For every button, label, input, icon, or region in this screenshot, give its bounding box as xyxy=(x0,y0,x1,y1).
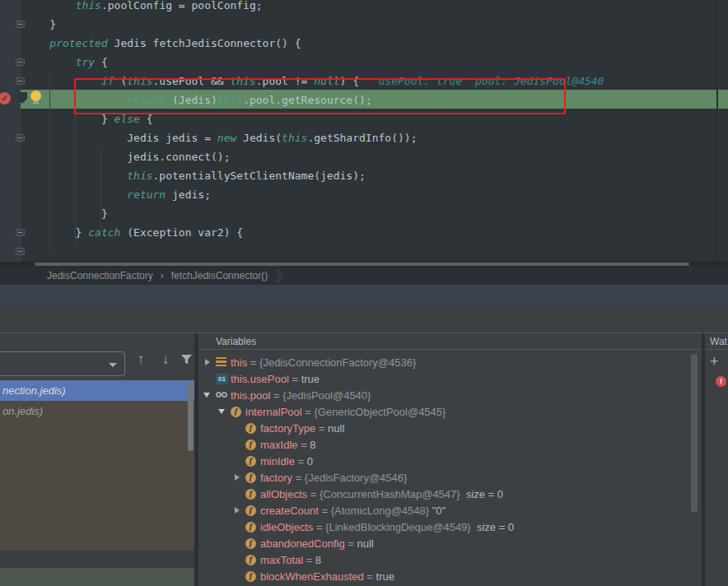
code-line[interactable]: this.potentiallySetClientName(jedis); xyxy=(24,166,604,185)
code-line[interactable]: } catch (Exception var2) { xyxy=(24,223,604,242)
previous-frame-button[interactable]: ↑ xyxy=(131,349,151,370)
code-line[interactable]: protected Jedis fetchJedisConnector() { xyxy=(24,34,604,53)
next-frame-button[interactable]: ↓ xyxy=(156,349,175,370)
stack-frame-row[interactable]: nection.jedis) xyxy=(0,380,194,401)
this-object-icon xyxy=(216,357,226,367)
equals-sign: = xyxy=(345,537,357,550)
equals-sign: = xyxy=(270,389,282,402)
code-line[interactable]: this.poolConfig = poolConfig; xyxy=(24,0,604,15)
field-icon: f xyxy=(245,440,256,450)
error-stripe-current-line-marker[interactable] xyxy=(718,90,728,109)
this-object-icon xyxy=(216,357,231,367)
code-line[interactable]: } xyxy=(24,204,604,223)
tree-right-arrow-icon[interactable] xyxy=(203,359,216,365)
tree-down-arrow-icon[interactable] xyxy=(217,409,231,414)
equals-sign: = xyxy=(364,570,376,583)
variables-tree: this = {JedisConnectionFactory@4536}01th… xyxy=(198,354,702,586)
variable-row[interactable]: fabandonedConfig = null xyxy=(198,535,702,551)
variable-row[interactable]: ffactory = {JedisFactory@4546} xyxy=(198,469,702,486)
field-icon: f xyxy=(231,407,245,417)
variable-row[interactable]: fcreateCount = {AtomicLong@4548} "0" xyxy=(198,502,702,519)
chevron-down-icon[interactable] xyxy=(109,363,117,367)
variable-row[interactable]: fblockWhenExhausted = true xyxy=(198,568,702,584)
code-token: .poolConfig = poolConfig; xyxy=(101,0,263,12)
tree-right-arrow-icon[interactable] xyxy=(232,507,245,514)
variable-row[interactable]: this = {JedisConnectionFactory@4536} xyxy=(198,354,702,370)
code-line[interactable]: jedis.connect(); xyxy=(24,147,604,166)
code-editor-text[interactable]: this.poolConfig = poolConfig; } protecte… xyxy=(24,0,604,242)
watches-panel: Wat + ! xyxy=(705,333,728,586)
code-line[interactable]: } xyxy=(24,15,604,34)
fold-marker-icon[interactable] xyxy=(16,229,25,236)
variable-row[interactable]: fallObjects = {ConcurrentHashMap@4547} s… xyxy=(198,486,702,502)
frames-scrollbar-thumb[interactable] xyxy=(188,382,194,451)
editor-error-stripe[interactable] xyxy=(716,0,728,262)
field-icon: f xyxy=(245,423,256,434)
variable-name: abandonedConfig xyxy=(260,537,345,550)
stack-frame-row[interactable]: on.jedis) xyxy=(0,401,194,421)
intention-lightbulb-icon[interactable] xyxy=(30,91,41,101)
variable-name: factoryType xyxy=(260,422,315,435)
code-line[interactable]: try { xyxy=(24,53,604,72)
variable-row[interactable]: fminIdle = 0 xyxy=(198,453,702,469)
variable-extra-value: "0" xyxy=(429,505,446,517)
code-token: { xyxy=(95,56,108,68)
variable-value: true xyxy=(301,373,320,385)
equals-sign: = xyxy=(289,373,301,385)
variable-row[interactable]: fmaxTotal = 8 xyxy=(198,551,702,568)
code-token xyxy=(24,56,76,68)
code-token: Jedis fetchJedisConnector() { xyxy=(108,37,301,49)
variable-name: maxIdle xyxy=(260,439,298,451)
code-token: } xyxy=(24,207,108,220)
breadcrumb-class-item[interactable]: JedisConnectionFactory xyxy=(47,270,153,281)
fold-marker-icon[interactable] xyxy=(16,248,25,255)
variable-row[interactable]: 01this.usePool = true xyxy=(198,370,702,387)
field-icon: f xyxy=(245,456,256,467)
variable-value: {LinkedBlockingDeque@4549} xyxy=(325,521,471,533)
code-line[interactable]: Jedis jedis = new Jedis(this.getShardInf… xyxy=(24,128,604,147)
field-icon: f xyxy=(245,522,260,533)
watch-expression-icon xyxy=(216,390,228,400)
variable-name: this.usePool xyxy=(231,373,289,385)
editor-pane[interactable]: this.poolConfig = poolConfig; } protecte… xyxy=(0,0,728,262)
code-token: Jedis jedis = xyxy=(24,132,217,144)
variable-value: null xyxy=(357,537,373,550)
code-token: return xyxy=(127,188,166,201)
filter-frames-button[interactable] xyxy=(176,349,194,370)
add-watch-button[interactable]: + xyxy=(705,351,728,373)
field-icon: f xyxy=(245,489,260,500)
field-icon: f xyxy=(245,538,256,549)
variable-row[interactable]: ffactoryType = null xyxy=(198,420,702,436)
variables-panel: Variables this = {JedisConnectionFactory… xyxy=(198,333,702,586)
error-badge-icon: ! xyxy=(716,376,726,387)
variables-scrollbar-thumb[interactable] xyxy=(691,354,698,512)
field-icon: f xyxy=(245,456,260,467)
fold-marker-icon[interactable] xyxy=(16,21,25,28)
thread-combobox[interactable] xyxy=(0,351,125,376)
fold-marker-icon[interactable] xyxy=(16,134,25,142)
watches-panel-header: Wat xyxy=(705,333,728,350)
variable-name: this.pool xyxy=(231,389,270,402)
plus-icon: + xyxy=(710,353,719,370)
code-line[interactable]: return jedis; xyxy=(24,185,604,204)
scrollbar-thumb[interactable] xyxy=(35,263,689,266)
tree-right-arrow-icon[interactable] xyxy=(232,474,245,481)
variable-extra-value: size = 0 xyxy=(460,488,503,500)
variable-row[interactable]: finternalPool = {GenericObjectPool@4545} xyxy=(198,403,702,420)
variable-value: null xyxy=(328,422,344,435)
panel-top-border xyxy=(0,333,728,333)
code-token: catch xyxy=(88,226,120,239)
frames-list: nection.jedis)on.jedis) xyxy=(0,380,194,421)
code-token: } xyxy=(24,18,56,30)
variable-name: minIdle xyxy=(260,455,295,467)
equals-sign: = xyxy=(292,472,305,484)
variable-row[interactable]: fmaxIdle = 8 xyxy=(198,436,702,453)
gutter-fold-line xyxy=(20,0,21,262)
tree-down-arrow-icon[interactable] xyxy=(203,393,216,398)
breadcrumb-method-item[interactable]: fetchJedisConnector() xyxy=(171,270,268,281)
fold-marker-icon[interactable] xyxy=(16,58,25,66)
variable-row[interactable]: this.pool = {JedisPool@4540} xyxy=(198,387,702,403)
code-token: jedis.connect(); xyxy=(24,151,230,163)
variable-row[interactable]: fidleObjects = {LinkedBlockingDeque@4549… xyxy=(198,519,702,535)
fold-marker-icon[interactable] xyxy=(16,77,25,85)
